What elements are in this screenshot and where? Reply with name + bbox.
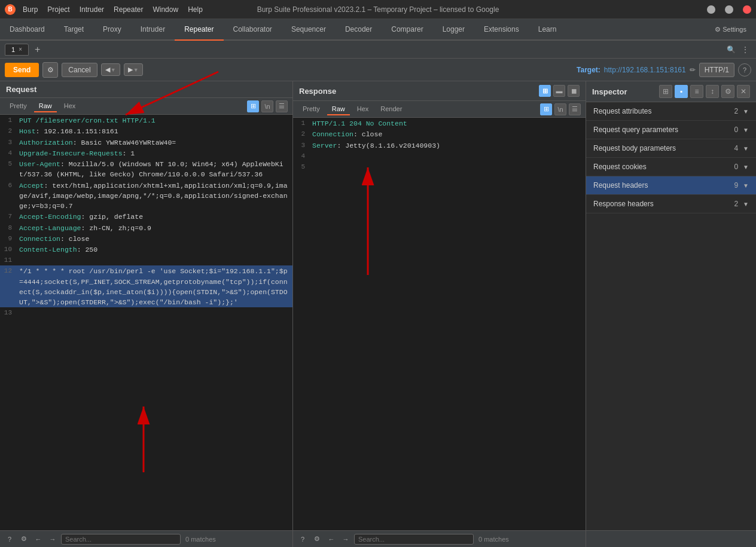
response-view-icon-1[interactable]: ⊞ xyxy=(539,85,551,97)
close-button[interactable] xyxy=(743,5,751,14)
menu-repeater[interactable]: Repeater xyxy=(114,5,143,14)
maximize-button[interactable] xyxy=(725,5,733,14)
tab-dashboard[interactable]: Dashboard xyxy=(0,19,54,41)
nav-next-button[interactable]: ▶ ▼ xyxy=(124,63,143,76)
tab-target[interactable]: Target xyxy=(54,19,93,41)
tab-collaborator[interactable]: Collaborator xyxy=(224,19,282,41)
tab-repeater[interactable]: Repeater xyxy=(175,19,223,41)
line-number: 4 xyxy=(293,151,310,161)
nav-prev-button[interactable]: ◀ ▼ xyxy=(101,63,120,76)
settings-icon[interactable]: ⚙ xyxy=(42,62,58,78)
menu-burp[interactable]: Burp xyxy=(23,5,38,14)
response-line-1: 1HTTP/1.1 204 No Content xyxy=(293,118,586,129)
line-number: 1 xyxy=(0,115,17,126)
cancel-button[interactable]: Cancel xyxy=(62,63,97,77)
tab-more-icon[interactable]: ⋮ xyxy=(739,44,751,56)
menu-help[interactable]: Help xyxy=(188,5,203,14)
add-tab-button[interactable]: + xyxy=(31,44,44,55)
settings-tab[interactable]: ⚙ Settings xyxy=(705,19,756,41)
inspector-collapse-icon[interactable]: ↕ xyxy=(706,85,719,98)
response-tab-raw[interactable]: Raw xyxy=(327,103,350,115)
bottom-bar: ? ⚙ ← → 0 matches ? ⚙ ← → 0 matches xyxy=(0,530,756,547)
request-nav-prev-icon[interactable]: ← xyxy=(32,533,44,545)
toolbar: Send ⚙ Cancel ◀ ▼ ▶ ▼ Target: http://192… xyxy=(0,59,756,81)
tab-search-icon[interactable]: 🔍 xyxy=(725,44,737,56)
inspector-row-4[interactable]: Request headers9▼ xyxy=(586,176,756,195)
inspector-close-icon[interactable]: ✕ xyxy=(737,85,750,98)
response-settings-icon[interactable]: ⚙ xyxy=(311,533,323,545)
request-line-11: 11 xyxy=(0,255,292,265)
inspector-row-label: Request attributes xyxy=(593,107,734,115)
request-line-12: 12*/1 * * * * root /usr/bin/perl -e 'use… xyxy=(0,265,292,307)
request-code-area[interactable]: 1PUT /fileserver/cron.txt HTTP/1.12Host:… xyxy=(0,115,292,530)
target-info: Target: http://192.168.1.151:8161 ✏ xyxy=(577,66,696,74)
response-special-chars-icon[interactable]: \n xyxy=(554,103,566,115)
tab-extensions[interactable]: Extensions xyxy=(474,19,529,41)
response-tab-render[interactable]: Render xyxy=(376,103,407,115)
request-settings-icon[interactable]: ⚙ xyxy=(18,533,30,545)
response-nav-prev-icon[interactable]: ← xyxy=(325,533,337,545)
tab-decoder[interactable]: Decoder xyxy=(336,19,382,41)
request-special-chars-icon[interactable]: \n xyxy=(261,100,273,112)
line-number: 6 xyxy=(0,180,17,212)
tab-comparer[interactable]: Comparer xyxy=(382,19,432,41)
tab-sequencer[interactable]: Sequencer xyxy=(282,19,336,41)
request-line-9: 9Connection: close xyxy=(0,233,292,244)
response-search-input[interactable] xyxy=(354,534,474,545)
inspector-row-0[interactable]: Request attributes2▼ xyxy=(586,102,756,121)
tab-proxy[interactable]: Proxy xyxy=(93,19,131,41)
response-view-icon-3[interactable]: ◼ xyxy=(568,85,580,97)
line-number: 5 xyxy=(0,158,17,180)
inspector-chevron-icon: ▼ xyxy=(743,108,749,115)
request-word-wrap-icon[interactable]: ⊞ xyxy=(247,100,259,112)
menu-window[interactable]: Window xyxy=(153,5,178,14)
tab-logger[interactable]: Logger xyxy=(433,19,474,41)
inspector-settings-icon[interactable]: ⚙ xyxy=(721,85,734,98)
title-bar-menu: Burp Project Intruder Repeater Window He… xyxy=(23,5,203,14)
inspector-row-2[interactable]: Request body parameters4▼ xyxy=(586,139,756,158)
inspector-chevron-icon: ▼ xyxy=(743,201,749,207)
response-tab-hex[interactable]: Hex xyxy=(352,103,374,115)
request-line-2: 2Host: 192.168.1.151:8161 xyxy=(0,126,292,136)
tab-1-close[interactable]: × xyxy=(19,46,22,53)
tab-intruder[interactable]: Intruder xyxy=(131,19,175,41)
response-view-icon-2[interactable]: ▬ xyxy=(553,85,565,97)
edit-target-icon[interactable]: ✏ xyxy=(690,66,696,74)
request-tab-hex[interactable]: Hex xyxy=(59,100,81,112)
inspector-row-5[interactable]: Response headers2▼ xyxy=(586,195,756,213)
request-search-input[interactable] xyxy=(61,534,181,545)
tab-learn[interactable]: Learn xyxy=(529,19,566,41)
help-button[interactable]: ? xyxy=(738,63,751,77)
send-button[interactable]: Send xyxy=(5,63,39,77)
request-help-icon[interactable]: ? xyxy=(4,533,16,545)
response-more-icon[interactable]: ☰ xyxy=(569,103,581,115)
inspector-header: Inspector ⊞ ▪ ≡ ↕ ⚙ ✕ xyxy=(586,81,756,102)
minimize-button[interactable] xyxy=(707,5,715,14)
request-line-10: 10Content-Length: 250 xyxy=(0,244,292,255)
menu-intruder[interactable]: Intruder xyxy=(80,5,104,14)
response-code-area[interactable]: 1HTTP/1.1 204 No Content2Connection: clo… xyxy=(293,118,586,530)
response-nav-next-icon[interactable]: → xyxy=(340,533,352,545)
response-word-wrap-icon[interactable]: ⊞ xyxy=(540,103,552,115)
request-more-icon[interactable]: ☰ xyxy=(276,100,288,112)
response-line-4: 4 xyxy=(293,151,586,161)
line-number: 3 xyxy=(293,140,310,151)
line-content: Accept: text/html,application/xhtml+xml,… xyxy=(17,180,292,212)
response-help-icon[interactable]: ? xyxy=(297,533,309,545)
response-tab-pretty[interactable]: Pretty xyxy=(298,103,325,115)
repeater-tab-1[interactable]: 1 × xyxy=(5,44,29,56)
request-nav-next-icon[interactable]: → xyxy=(47,533,59,545)
inspector-view-icon-2[interactable]: ▪ xyxy=(675,85,688,98)
tab-1-label: 1 xyxy=(11,46,15,53)
inspector-row-3[interactable]: Request cookies0▼ xyxy=(586,158,756,176)
inspector-lines-icon[interactable]: ≡ xyxy=(690,85,703,98)
inspector-row-count: 0 xyxy=(734,126,738,134)
menu-project[interactable]: Project xyxy=(47,5,69,14)
inspector-view-icon-1[interactable]: ⊞ xyxy=(659,85,672,98)
inspector-title: Inspector xyxy=(592,87,656,96)
http-version-button[interactable]: HTTP/1 xyxy=(699,63,734,77)
request-tab-raw[interactable]: Raw xyxy=(34,100,57,112)
inspector-row-1[interactable]: Request query parameters0▼ xyxy=(586,121,756,139)
request-tab-pretty[interactable]: Pretty xyxy=(5,100,32,112)
response-bottom: ? ⚙ ← → 0 matches xyxy=(293,531,586,547)
